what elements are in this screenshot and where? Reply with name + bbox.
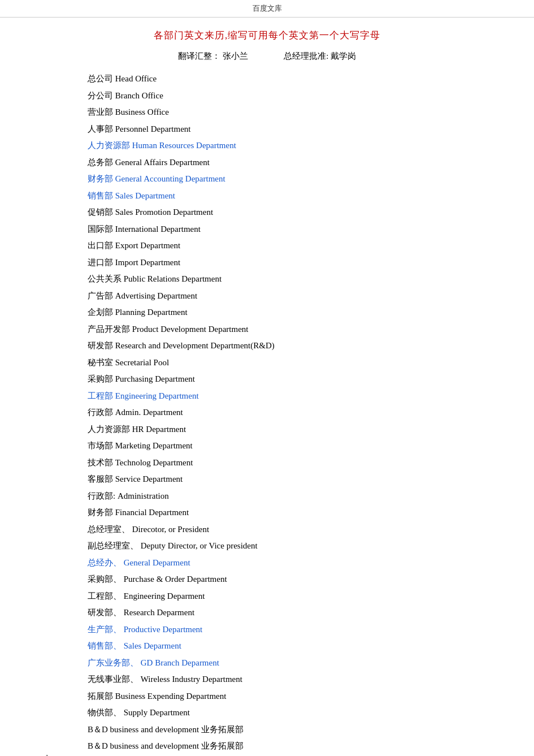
chinese-text: 产品开发部 (88, 325, 132, 334)
chinese-text: 销售部 (88, 191, 115, 200)
chinese-text: 工程部、 (88, 591, 124, 601)
chinese-text: 总公司 (88, 74, 115, 83)
list-item: 物供部、 Supply Department (88, 706, 489, 720)
english-text: Product Development Department (132, 325, 249, 334)
list-item: 行政部: Administration (88, 489, 489, 504)
list-item: 人事部 Personnel Department (88, 122, 489, 137)
english-text: Deputy Director, or Vice president (141, 541, 258, 550)
english-text: Planning Department (115, 308, 188, 317)
english-text: Engineering Deparment (124, 591, 205, 601)
approve-name: 戴学岗 (331, 51, 356, 61)
list-item: B＆D business and development 业务拓展部 (88, 723, 489, 737)
english-text: General Deparment (124, 558, 190, 567)
translate-label: 翻译汇整： (178, 51, 220, 61)
list-item: 分公司 Branch Office (88, 89, 489, 103)
list-item: 广告部 Advertising Department (88, 289, 489, 304)
list-item: 企划部 Planning Department (88, 305, 489, 320)
english-text: Research Deparment (124, 608, 194, 617)
list-item: 总公司 Head Office (88, 72, 489, 87)
list-item: 公共关系 Public Relations Department (88, 272, 489, 287)
list-item: 研发部、 Research Deparment (88, 606, 489, 620)
chinese-text: 无线事业部、 (88, 675, 141, 684)
list-item: 副总经理室、 Deputy Director, or Vice presiden… (88, 539, 489, 554)
chinese-text: 广东业务部、 (88, 658, 141, 667)
list-item: 总经理室、 Direcotor, or President (88, 522, 489, 537)
content-area: 总公司 Head Office分公司 Branch Office营业部 Busi… (0, 72, 534, 756)
chinese-text: 国际部 (88, 224, 115, 234)
english-text: business and development 业务拓展部 (108, 741, 244, 750)
list-item: 技术部 Technolog Department (88, 456, 489, 470)
list-item: B＆D business and development 业务拓展部 (88, 739, 489, 754)
english-text: Secretarial Pool (115, 358, 169, 367)
chinese-text: B＆D (88, 741, 108, 750)
subtitle-row: 翻译汇整： 张小兰 总经理批准: 戴学岗 (0, 51, 534, 62)
chinese-text: 分公司 (88, 91, 115, 100)
english-text: Marketing Department (115, 441, 193, 450)
english-text: Business Expending Department (115, 692, 227, 701)
list-item: 总经办、 General Deparment (88, 556, 489, 571)
list-item: 出口部 Export Department (88, 239, 489, 253)
chinese-text: 客服部 (88, 474, 115, 483)
english-text: General Accounting Department (115, 174, 225, 183)
english-text: Sales Promotion Department (115, 208, 213, 217)
chinese-text: 研发部、 (88, 608, 124, 617)
chinese-text: 副总经理室、 (88, 541, 141, 550)
chinese-text: 人力资源部 (88, 141, 132, 150)
list-item: 秘书室 Secretarial Pool (88, 356, 489, 370)
english-text: Personnel Department (115, 124, 191, 133)
english-text: Technolog Department (115, 458, 193, 467)
english-text: Direcotor, or President (132, 525, 209, 534)
chinese-text: 秘书室 (88, 358, 115, 367)
english-text: Purchase & Order Department (124, 574, 227, 584)
list-item: 生产部、 Productive Department (88, 623, 489, 637)
chinese-text: B＆D (88, 725, 110, 734)
chinese-text: 进口部 (88, 258, 115, 267)
chinese-text: 物供部、 (88, 708, 124, 717)
chinese-text: 行政部: (88, 491, 118, 500)
chinese-text: 企划部 (88, 308, 115, 317)
chinese-text: 总经理室、 (88, 525, 132, 534)
english-text: Sales Deparment (124, 641, 181, 650)
chinese-text: 生产部、 (88, 625, 124, 634)
chinese-text: 技术部 (88, 458, 115, 467)
chinese-text: 人事部 (88, 124, 115, 133)
english-text: Export Department (115, 241, 180, 250)
chinese-text: 人力资源部 (88, 425, 132, 434)
list-item: 财务部 General Accounting Department (88, 172, 489, 187)
list-item: 客服部 Service Department (88, 472, 489, 487)
list-item: 产品开发部 Product Development Department (88, 322, 489, 337)
list-item: 财务部 Financial Department (88, 506, 489, 520)
chinese-text: 广告部 (88, 291, 115, 300)
list-item: 工程部 Engineering Department (88, 389, 489, 404)
chinese-text: 采购部、 (88, 574, 124, 584)
list-item: 进口部 Import Department (88, 256, 489, 270)
english-text: Financial Department (115, 508, 189, 517)
english-text: Engineering Department (115, 391, 199, 400)
main-title: 各部门英文来历,缩写可用每个英文第一个大写字母 (0, 29, 534, 42)
list-item: 研发部 Research and Development Department(… (88, 339, 489, 353)
english-text: HR Department (132, 425, 186, 434)
chinese-text: 总务部 (88, 158, 115, 167)
list-item: 销售部、 Sales Deparment (88, 639, 489, 654)
english-text: Supply Department (124, 708, 190, 717)
list-item: 拓展部 Business Expending Department (88, 689, 489, 704)
english-text: International Department (115, 224, 201, 234)
list-item: 无线事业部、 Wireless Industry Department (88, 672, 489, 687)
top-bar-label: 百度文库 (253, 4, 282, 12)
list-item: 营业部 Business Office (88, 105, 489, 120)
chinese-text: 出口部 (88, 241, 115, 250)
list-item: 采购部、 Purchase & Order Department (88, 572, 489, 587)
chinese-text: 工程部 (88, 391, 115, 400)
chinese-text: 财务部 (88, 174, 115, 183)
chinese-text: 营业部 (88, 107, 115, 116)
list-item: 市场部 Marketing Department (88, 439, 489, 453)
list-item: 采购部 Purchasing Department (88, 372, 489, 387)
page-container: 百度文库 各部门英文来历,缩写可用每个英文第一个大写字母 翻译汇整： 张小兰 总… (0, 0, 534, 756)
chinese-text: 促销部 (88, 208, 115, 217)
chinese-text: 行政部 (88, 408, 115, 417)
chinese-text: 研发部 (88, 341, 115, 350)
top-bar: 百度文库 (0, 0, 534, 18)
list-item: 工程部、 Engineering Deparment (88, 589, 489, 604)
english-text: Service Department (115, 474, 183, 483)
list-item: 广东业务部、 GD Branch Deparment (88, 656, 489, 671)
